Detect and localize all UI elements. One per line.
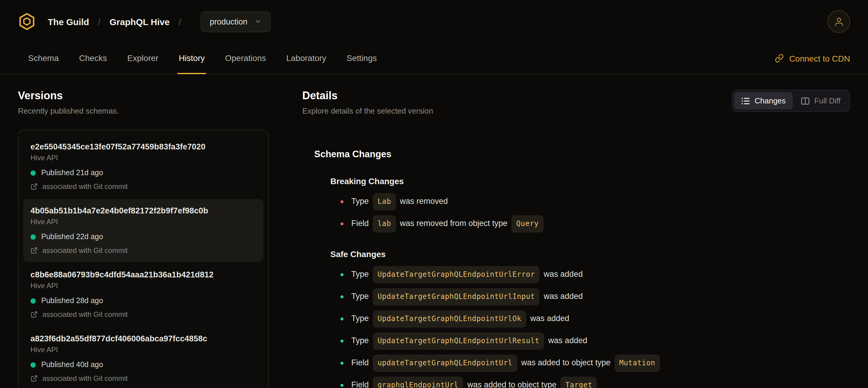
- tab-history[interactable]: History: [178, 43, 206, 74]
- version-hash: e2e55045345ce13fe07f52a77459b83fa3fe7020: [30, 142, 256, 151]
- change-text: Field: [351, 219, 371, 228]
- version-service: Hive API: [30, 281, 256, 290]
- change-text: Type: [351, 336, 371, 345]
- change-row: Type Lab was removed: [341, 193, 850, 210]
- version-service: Hive API: [30, 154, 256, 162]
- code-badge: Lab: [373, 193, 396, 210]
- change-text: was added: [541, 292, 583, 301]
- external-link-icon: [30, 375, 38, 382]
- code-badge: Mutation: [614, 355, 660, 372]
- tab-label: Explorer: [127, 53, 158, 63]
- version-git-row: associated with Git commit: [30, 246, 256, 255]
- connect-to-cdn-button[interactable]: Connect to CDN: [775, 43, 850, 73]
- change-section: Safe Changes Type UpdateTargetGraphQLEnd…: [314, 249, 850, 388]
- tab-checks[interactable]: Checks: [78, 43, 108, 74]
- details-title: Details: [302, 90, 433, 102]
- version-hash: a823f6db2a55df877dcf406006abca97fcc4858c: [30, 334, 256, 343]
- changes-view-button[interactable]: Changes: [734, 92, 793, 110]
- code-badge: UpdateTargetGraphQLEndpointUrlInput: [373, 288, 540, 305]
- change-content: Field updateTargetGraphQLEndpointUrl was…: [351, 355, 662, 372]
- change-bullet-icon: [341, 339, 343, 342]
- version-service: Hive API: [30, 346, 256, 354]
- connect-to-cdn-label: Connect to CDN: [789, 54, 850, 63]
- change-text: was added: [528, 314, 569, 323]
- change-content: Type UpdateTargetGraphQLEndpointUrlResul…: [351, 332, 587, 350]
- change-text: was added to object type: [465, 380, 559, 388]
- schema-changes: Schema Changes Breaking Changes Type Lab…: [302, 149, 850, 388]
- change-row: Field lab was removed from object type Q…: [341, 215, 850, 233]
- code-badge: UpdateTargetGraphQLEndpointUrlOk: [373, 310, 526, 328]
- changes-list: Type UpdateTargetGraphQLEndpointUrlError…: [330, 266, 850, 388]
- tab-label: History: [179, 53, 205, 63]
- full-diff-view-button[interactable]: Full Diff: [794, 92, 848, 110]
- version-git: associated with Git commit: [42, 182, 128, 191]
- change-text: Type: [351, 314, 371, 323]
- code-badge: UpdateTargetGraphQLEndpointUrlError: [373, 266, 540, 283]
- code-badge: Target: [561, 377, 597, 388]
- change-text: was added: [546, 336, 587, 345]
- code-badge: UpdateTargetGraphQLEndpointUrlResult: [373, 332, 544, 350]
- version-item[interactable]: c8b6e88a06793b9c4dfd54aaa21b36a1b421d812…: [23, 263, 264, 326]
- environment-selector[interactable]: production: [201, 11, 271, 32]
- change-row: Type UpdateTargetGraphQLEndpointUrlResul…: [341, 332, 850, 350]
- columns-icon: [801, 97, 809, 104]
- details-header: Details Explore details of the selected …: [302, 90, 850, 115]
- version-published: Published 22d ago: [41, 233, 103, 241]
- tab-laboratory[interactable]: Laboratory: [285, 43, 328, 74]
- tab-schema[interactable]: Schema: [27, 43, 60, 74]
- change-section: Breaking Changes Type Lab was removed Fi…: [314, 176, 850, 233]
- change-row: Field graphqlEndpointUrl was added to ob…: [341, 377, 850, 388]
- changes-list: Type Lab was removed Field lab was remov…: [330, 193, 850, 233]
- breadcrumb-org[interactable]: The Guild: [48, 17, 89, 27]
- tab-label: Checks: [79, 53, 107, 63]
- schema-changes-title: Schema Changes: [314, 149, 850, 160]
- tab-operations[interactable]: Operations: [224, 43, 267, 74]
- link-icon: [775, 54, 784, 63]
- breadcrumb-project[interactable]: GraphQL Hive: [110, 17, 169, 27]
- hive-logo-icon[interactable]: [18, 12, 36, 30]
- version-item[interactable]: a823f6db2a55df877dcf406006abca97fcc4858c…: [23, 327, 264, 388]
- change-text: was added to object type: [519, 358, 613, 367]
- change-text: Field: [351, 380, 371, 388]
- breadcrumb: The Guild / GraphQL Hive /: [48, 17, 190, 27]
- chevron-down-icon: [254, 18, 262, 25]
- change-text: was removed: [398, 197, 448, 206]
- change-content: Type UpdateTargetGraphQLEndpointUrlOk wa…: [351, 310, 569, 328]
- code-badge: lab: [373, 215, 396, 233]
- version-published: Published 40d ago: [41, 360, 103, 369]
- version-published-row: Published 28d ago: [30, 297, 256, 305]
- main-content: Versions Recently published schemas. e2e…: [0, 74, 868, 388]
- versions-panel: Versions Recently published schemas. e2e…: [18, 90, 269, 388]
- tab-label: Settings: [346, 53, 377, 63]
- details-title-block: Details Explore details of the selected …: [302, 90, 433, 115]
- main-nav: Schema Checks Explorer History Operation…: [0, 43, 868, 74]
- user-avatar-button[interactable]: [827, 10, 850, 33]
- change-row: Type UpdateTargetGraphQLEndpointUrlOk wa…: [341, 310, 850, 328]
- version-git-row: associated with Git commit: [30, 374, 256, 383]
- full-diff-view-label: Full Diff: [814, 96, 840, 105]
- tab-label: Laboratory: [286, 53, 326, 63]
- change-bullet-icon: [341, 295, 343, 298]
- change-text: Type: [351, 197, 371, 206]
- nav-tabs: Schema Checks Explorer History Operation…: [27, 43, 378, 73]
- tab-explorer[interactable]: Explorer: [126, 43, 159, 74]
- tab-settings[interactable]: Settings: [345, 43, 378, 74]
- change-bullet-icon: [341, 362, 343, 365]
- version-published-row: Published 21d ago: [30, 169, 256, 177]
- user-icon: [834, 17, 844, 27]
- version-item[interactable]: 4b05ab51b1b4a7e2e4b0ef82172f2b9f7ef98c0b…: [23, 199, 264, 262]
- change-bullet-icon: [341, 273, 343, 276]
- change-text: Type: [351, 292, 371, 301]
- version-git: associated with Git commit: [42, 246, 128, 255]
- breadcrumb-separator: /: [98, 17, 100, 27]
- change-bullet-icon: [341, 384, 343, 387]
- version-git: associated with Git commit: [42, 310, 128, 319]
- view-toggle: Changes Full Diff: [732, 90, 850, 112]
- version-published: Published 21d ago: [41, 169, 103, 177]
- published-status-dot: [30, 170, 36, 176]
- change-content: Field graphqlEndpointUrl was added to ob…: [351, 377, 599, 388]
- top-bar: The Guild / GraphQL Hive / production: [0, 0, 868, 43]
- version-item[interactable]: e2e55045345ce13fe07f52a77459b83fa3fe7020…: [23, 135, 264, 198]
- versions-title: Versions: [18, 90, 269, 102]
- tab-label: Schema: [28, 53, 59, 63]
